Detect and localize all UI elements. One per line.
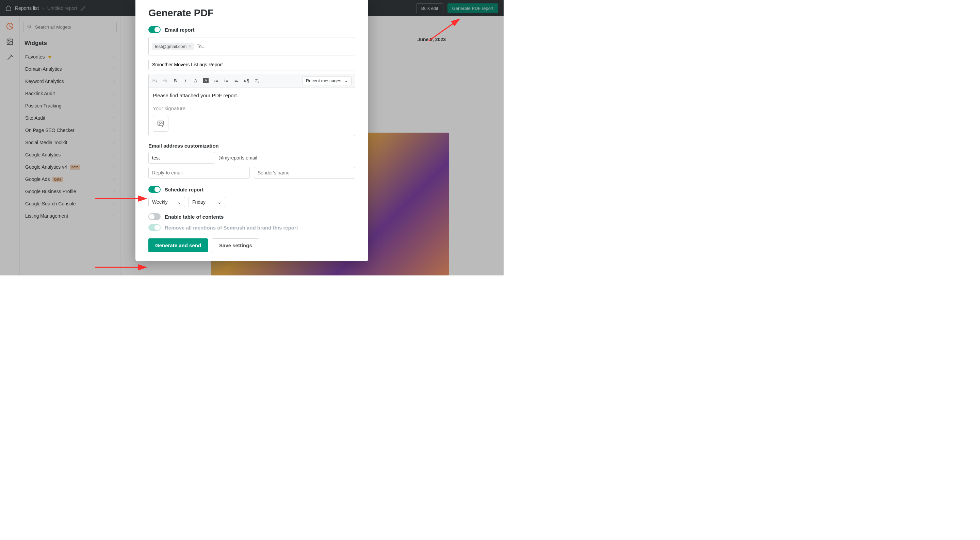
email-domain-suffix: @myreports.email (218, 155, 257, 160)
generate-pdf-modal: × Generate PDF Email report test@gmail.c… (135, 0, 368, 261)
svg-point-5 (224, 80, 225, 80)
signature-placeholder: Your signature (153, 103, 185, 111)
sender-name-input[interactable] (254, 167, 355, 178)
email-customization-header: Email address customization (148, 143, 355, 149)
recent-messages-label: Recent messages (306, 78, 341, 83)
email-report-toggle[interactable] (148, 26, 161, 33)
toc-label: Enable table of contents (165, 214, 224, 220)
save-settings-button[interactable]: Save settings (212, 238, 259, 253)
ordered-list-icon[interactable] (213, 78, 219, 84)
bullet-list-icon[interactable] (224, 78, 229, 84)
align-icon[interactable] (234, 78, 239, 84)
email-chip: test@gmail.com × (152, 43, 194, 50)
clear-format-icon[interactable]: T× (254, 78, 259, 84)
reply-to-input[interactable] (148, 167, 250, 178)
schedule-report-label: Schedule report (165, 187, 204, 192)
schedule-day-value: Friday (192, 199, 205, 205)
svg-point-6 (224, 81, 225, 82)
highlight-icon[interactable]: A (203, 78, 208, 83)
svg-point-4 (224, 79, 225, 79)
italic-icon[interactable]: I (183, 78, 188, 84)
email-report-label: Email report (165, 27, 195, 33)
email-chip-text: test@gmail.com (155, 44, 186, 49)
svg-point-8 (159, 122, 160, 123)
chevron-down-icon: ⌄ (218, 199, 221, 205)
schedule-day-select[interactable]: Friday ⌄ (189, 197, 225, 207)
subject-input[interactable] (148, 59, 355, 70)
text-color-icon[interactable]: A (193, 78, 198, 83)
branding-toggle[interactable] (148, 224, 161, 231)
schedule-report-toggle[interactable] (148, 186, 161, 193)
branding-label: Remove all mentions of Semrush and brand… (165, 225, 298, 230)
chip-remove-icon[interactable]: × (189, 44, 191, 49)
editor-toolbar: H₁ H₂ B I A A ▸¶ T× Recent messages ⌄ (149, 74, 355, 88)
modal-title: Generate PDF (148, 8, 355, 19)
h1-icon[interactable]: H₁ (152, 78, 158, 83)
insert-image-icon[interactable] (153, 116, 169, 132)
to-input[interactable] (196, 43, 352, 49)
recent-messages-dropdown[interactable]: Recent messages ⌄ (302, 76, 352, 85)
schedule-frequency-select[interactable]: Weekly ⌄ (148, 197, 185, 207)
message-body-text: Please find attached your PDF report. (153, 92, 351, 98)
editor-body[interactable]: Please find attached your PDF report. Yo… (149, 88, 355, 136)
rtl-icon[interactable]: ▸¶ (244, 78, 250, 83)
to-field[interactable]: test@gmail.com × (148, 37, 355, 56)
generate-and-send-button[interactable]: Generate and send (148, 238, 208, 253)
message-editor: H₁ H₂ B I A A ▸¶ T× Recent messages ⌄ Pl… (148, 74, 355, 136)
chevron-down-icon: ⌄ (177, 199, 181, 205)
schedule-frequency-value: Weekly (152, 199, 168, 205)
bold-icon[interactable]: B (172, 78, 178, 83)
chevron-down-icon: ⌄ (344, 78, 348, 83)
h2-icon[interactable]: H₂ (162, 78, 168, 83)
toc-toggle[interactable] (148, 213, 161, 220)
email-prefix-input[interactable] (148, 152, 215, 164)
